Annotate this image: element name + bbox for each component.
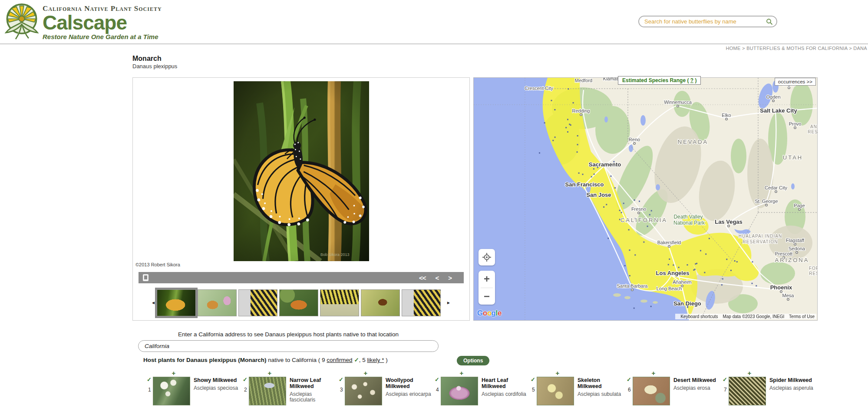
plant-rank: 2 — [244, 387, 247, 393]
range-map[interactable]: KlamathMedfordLoganCrescent CityOgdenWin… — [473, 77, 818, 321]
add-plant-icon[interactable]: + — [265, 369, 274, 377]
add-plant-icon[interactable]: + — [553, 369, 562, 377]
plant-photo[interactable] — [537, 377, 574, 405]
search-icon[interactable] — [766, 18, 773, 25]
map-label: UTAH — [783, 154, 803, 161]
map-zoom-control[interactable]: + − — [479, 271, 495, 305]
photo-thumbnail-2[interactable] — [198, 289, 237, 316]
photo-prev-button[interactable]: < — [435, 274, 439, 282]
photo-first-button[interactable]: << — [419, 274, 426, 282]
photo-next-button[interactable]: > — [448, 274, 452, 282]
plant-photo[interactable] — [729, 377, 766, 405]
map-label: St. George — [755, 199, 778, 204]
confirmed-check-icon: ✓ — [723, 376, 727, 383]
map-label: Sacramento — [589, 161, 621, 168]
map-label: RES — [809, 271, 817, 276]
photo-thumbnail-4[interactable] — [279, 289, 318, 316]
plant-photo[interactable] — [345, 377, 382, 405]
occurrence-dot — [607, 238, 609, 239]
range-map-canvas[interactable]: KlamathMedfordLoganCrescent CityOgdenWin… — [474, 78, 817, 320]
plant-common-name[interactable]: Woollypod Milkweed — [386, 377, 432, 389]
occurrence-dot — [554, 136, 556, 138]
breadcrumb-home[interactable]: HOME — [726, 46, 740, 51]
map-data-text: Map data ©2023 Google, INEGI — [723, 314, 784, 319]
plant-card-2[interactable]: + ✓ 2 Narrow Leaf Milkweed Asclepias fas… — [243, 371, 339, 416]
add-plant-icon[interactable]: + — [457, 369, 466, 377]
plant-card-6[interactable]: + ✓ 6 Desert Milkweed Asclepias erosa — [627, 371, 723, 416]
keyboard-shortcuts-link[interactable]: Keyboard shortcuts — [680, 314, 718, 319]
breadcrumb-current: DANA — [853, 46, 867, 51]
copy-icon[interactable] — [143, 274, 149, 281]
zoom-in-button[interactable]: + — [479, 271, 495, 288]
search-input[interactable] — [644, 18, 766, 25]
plant-common-name[interactable]: Narrow Leaf Milkweed — [290, 377, 337, 389]
photo-thumbnail-5[interactable] — [320, 289, 359, 316]
map-label: Las Vegas — [715, 219, 743, 225]
confirmed-check-icon: ✓ — [147, 376, 152, 383]
species-scientific-name: Danaus plexippus — [132, 63, 177, 70]
plant-card-7[interactable]: + ✓ 7 Spider Milkweed Asclepias asperula — [723, 371, 818, 416]
zoom-out-button[interactable]: − — [479, 288, 495, 305]
address-input[interactable] — [138, 340, 439, 352]
map-label: Redding — [572, 108, 590, 113]
add-plant-icon[interactable]: + — [169, 369, 178, 377]
plant-scientific-name: Asclepias asperula — [769, 385, 816, 391]
occurrence-dot — [623, 203, 624, 204]
plant-card-5[interactable]: + ✓ 5 Skeleton Milkweed Asclepias subula… — [531, 371, 627, 416]
plant-card-3[interactable]: + ✓ 3 Woollypod Milkweed Asclepias erioc… — [339, 371, 435, 416]
confirmed-link[interactable]: confirmed — [327, 357, 352, 363]
likely-link[interactable]: likely * — [367, 357, 384, 363]
add-plant-icon[interactable]: + — [745, 369, 754, 377]
occurrences-button[interactable]: occurrences >> — [775, 78, 816, 86]
thumbnail-next-arrow[interactable]: ► — [446, 300, 451, 305]
plant-rank: 4 — [436, 387, 439, 393]
add-plant-icon[interactable]: + — [361, 369, 370, 377]
occurrence-dot — [736, 261, 738, 262]
plant-common-name[interactable]: Spider Milkweed — [769, 377, 816, 383]
occurrence-dot — [611, 176, 612, 177]
photo-thumbnail-7[interactable] — [402, 289, 441, 316]
map-label: Fresno — [631, 206, 646, 212]
map-label: Los Angeles — [656, 270, 690, 276]
photo-thumbnail-3[interactable] — [238, 289, 277, 316]
breadcrumb-sep: > — [848, 46, 853, 51]
map-label: Flagstaff — [786, 238, 805, 243]
terms-link[interactable]: Terms of Use — [789, 314, 815, 319]
estimated-range-button[interactable]: Estimated Species Range ( ? ) — [618, 76, 701, 85]
options-button[interactable]: Options — [457, 356, 489, 365]
plant-common-name[interactable]: Showy Milkweed — [194, 377, 241, 383]
thumbnail-prev-arrow[interactable]: ◄ — [151, 300, 155, 305]
calscape-logo[interactable]: California Native Plant Society Calscape… — [3, 3, 162, 40]
map-label: FOR — [809, 266, 817, 271]
city-marker — [787, 299, 789, 301]
occurrence-dot — [730, 270, 732, 271]
plant-common-name[interactable]: Heart Leaf Milkweed — [482, 377, 528, 389]
occurrence-dot — [568, 88, 569, 90]
my-location-button[interactable] — [479, 249, 495, 265]
map-label: Cedar City — [765, 185, 787, 190]
city-marker — [677, 105, 679, 107]
photo-thumbnail-1[interactable] — [157, 289, 196, 316]
plant-photo[interactable] — [249, 377, 286, 405]
occurrence-dot — [551, 100, 552, 101]
plant-card-1[interactable]: + ✓ 1 Showy Milkweed Asclepias speciosa — [147, 371, 243, 416]
breadcrumb-butterflies[interactable]: BUTTERFLIES & MOTHS FOR CALIFORNIA — [746, 46, 848, 51]
map-label: Mesa — [782, 293, 795, 298]
photo-thumbnail-6[interactable] — [361, 289, 400, 316]
map-label: Bakersfield — [657, 240, 681, 245]
add-plant-icon[interactable]: + — [649, 369, 658, 377]
google-logo[interactable]: Google — [477, 309, 502, 318]
plant-common-name[interactable]: Skeleton Milkweed — [578, 377, 624, 389]
butterfly-search[interactable] — [638, 16, 777, 27]
plant-scientific-name: Asclepias erosa — [673, 385, 720, 391]
plant-common-name[interactable]: Desert Milkweed — [673, 377, 720, 383]
plant-photo[interactable] — [633, 377, 670, 405]
plant-photo[interactable] — [153, 377, 190, 405]
range-help-link[interactable]: ? — [690, 77, 693, 83]
brand-wordmark: Calscape — [43, 13, 162, 32]
map-label: San Francisco — [565, 181, 604, 188]
plant-card-4[interactable]: + ✓ 4 Heart Leaf Milkweed Asclepias cord… — [435, 371, 531, 416]
plant-photo[interactable] — [441, 377, 478, 405]
address-instruction: Enter a California address to see Danaus… — [138, 331, 439, 338]
occurrence-dot — [695, 263, 696, 265]
